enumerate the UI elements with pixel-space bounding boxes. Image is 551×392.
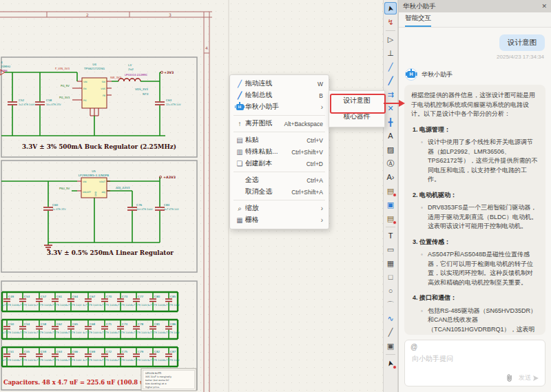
ask-input[interactable] — [410, 353, 544, 373]
net-label: ADJ_A3V3 — [116, 186, 130, 189]
zoom-icon: ⌕ — [234, 205, 245, 213]
sheet-pin-icon[interactable]: ▤ — [384, 185, 397, 197]
menu-item-取消全选[interactable]: 取消全选Ctrl+Shift+A — [230, 186, 329, 198]
menu-item-label: 华秋小助手 — [245, 103, 317, 112]
rectangle-icon[interactable]: □ — [384, 271, 397, 283]
bezier-icon[interactable]: ∿ — [384, 312, 397, 324]
component-ref: C79 — [138, 350, 144, 353]
menu-separator — [233, 132, 325, 132]
leave-sheet-icon: ↑ — [234, 120, 245, 127]
component-ref: C78 — [138, 322, 144, 326]
menu-item-draw-bus[interactable]: ╱绘制总线B — [230, 90, 329, 101]
analysis-section-heading: 1. 电源管理： — [413, 125, 539, 135]
menu-item-paste-special[interactable]: ▥特殊粘贴...Ctrl+Shift+V — [230, 146, 329, 158]
submenu-item-core-components[interactable]: 核心器件 — [329, 109, 384, 125]
line-icon[interactable]: ╱ — [384, 326, 397, 338]
submenu-item-design-intent[interactable]: 设计意图 — [329, 93, 384, 109]
highlight-net-icon[interactable]: ↯ — [384, 16, 397, 28]
assistant-avatar: H — [405, 68, 417, 81]
component-ref: C52 — [19, 99, 25, 102]
place-symbol-icon[interactable]: ▷ — [384, 33, 397, 45]
delete-tool-icon[interactable]: ➤ — [384, 357, 397, 369]
assistant-submenu: 设计意图 核心器件 — [329, 90, 385, 127]
send-button[interactable]: 发送 — [519, 373, 539, 382]
pin-label: ADJ — [101, 191, 105, 194]
design-note-title: DESIGN NOTE: — [145, 372, 162, 375]
line-icon: ╱ — [388, 329, 393, 336]
component-value: 4u7 X7R 100V — [1, 359, 18, 362]
textbox-icon[interactable]: ▭ — [384, 243, 397, 256]
menu-item-grid[interactable]: ▦栅格› — [230, 214, 329, 226]
sheet-icon[interactable]: ▣ — [384, 198, 397, 211]
menu-item-label: 离开图纸 — [245, 119, 284, 128]
component-value: 4u7 X7R 100V — [50, 331, 66, 334]
buck-title: 3.3V ± 3% 500mA Buck Regulator (2.25MHz) — [22, 143, 176, 150]
arc-icon[interactable]: ⌒ — [384, 298, 397, 311]
select-cursor-icon[interactable]: ➤ — [384, 2, 397, 14]
menu-item-drag-wire[interactable]: ╱拖动连线W — [230, 78, 329, 90]
hierarchical-sheet-icon[interactable]: ▨ — [384, 143, 397, 156]
table-icon[interactable]: ▦ — [384, 257, 397, 269]
component-value: 4u7 X7R 100V — [131, 359, 147, 362]
net-label-icon[interactable]: A — [384, 130, 397, 142]
panel-header[interactable]: 华秋小助手 ✕ — [399, 0, 551, 12]
power-net-label: +A3V3 — [163, 176, 176, 179]
component-ref: C64 — [72, 295, 79, 298]
component-value: 4u7 X7R 100V — [50, 304, 66, 307]
menu-item-全选[interactable]: 全选Ctrl+A — [230, 174, 329, 186]
component-ref: C50 — [8, 322, 14, 326]
draw-wire-icon[interactable]: ╱ — [384, 61, 397, 73]
analysis-bullet-text: 设计中使用了多个线性和开关电源调节器（如LP2992、LMR36506、TPS6… — [428, 138, 539, 185]
menu-separator — [233, 172, 325, 172]
menu-item-duplicate[interactable]: ❏创建副本Ctrl+D — [230, 158, 329, 169]
component-value: 10u X7R 25V — [46, 103, 61, 106]
text-icon[interactable]: T — [384, 229, 397, 242]
component-ref: C82 — [154, 350, 160, 353]
component-value: 4u7 X7R 100V — [163, 359, 180, 362]
no-connect-icon[interactable]: ✕ — [384, 102, 397, 114]
library-symbol-icon[interactable]: ▤ — [384, 212, 397, 225]
component-value: 4u7 X7R 100V — [131, 304, 147, 307]
text-icon: T — [388, 232, 393, 240]
menu-item-label: 特殊粘贴... — [245, 147, 291, 156]
assistant-message-card[interactable]: 根据您提供的器件信息，这张设计图可能是用于电动机控制系统或伺服驱动系统的电路设计… — [404, 85, 545, 335]
attachment-paperclip-icon[interactable] — [506, 373, 513, 382]
global-label-icon[interactable]: Ⓐ — [384, 157, 397, 169]
place-power-icon[interactable]: ⊥ — [384, 47, 397, 59]
component-value: 4u7 X7R 100V — [1, 304, 18, 307]
hierarchical-label-icon[interactable]: A› — [384, 171, 397, 183]
component-ref: C76 — [136, 203, 143, 207]
component-ref: C66 — [72, 350, 79, 353]
net-label: VOS_3V3 — [135, 87, 148, 91]
component-ref: C75 — [122, 350, 128, 353]
mention-at-icon[interactable]: @ — [410, 343, 417, 351]
chat-input-box[interactable]: @ 发送 — [404, 340, 545, 386]
draw-bus-icon[interactable]: ╱ — [384, 74, 397, 87]
component-ref: C87 — [170, 350, 176, 353]
close-icon[interactable]: ✕ — [541, 3, 547, 10]
component-value: 4u7 X7R 16V — [164, 208, 179, 211]
pin-label: VOUT — [99, 180, 105, 183]
junction-icon: ╋ — [388, 118, 393, 126]
component-value: 4u7 X7R 100V — [17, 304, 34, 307]
component-value: 22u X7R 10V — [166, 103, 181, 106]
menu-item-assistant-robot[interactable]: H华秋小助手› — [230, 101, 329, 113]
component-ref: C71 — [106, 322, 112, 326]
menu-item-leave-sheet[interactable]: ↑离开图纸Alt+Backspace — [230, 118, 329, 130]
component-value: 4u7 X7R 100V — [147, 331, 164, 334]
component-value: 2u2 X7R 100V — [19, 103, 35, 106]
user-message-bubble[interactable]: 设计意图 — [499, 34, 545, 51]
xtal-ref: 4 — [1, 61, 3, 64]
image-icon[interactable]: ▣ — [384, 340, 397, 352]
tab-smart-interaction[interactable]: 智能交互 — [405, 14, 431, 27]
menu-item-label: 缩放 — [245, 204, 317, 213]
menu-item-zoom[interactable]: ⌕缩放› — [230, 203, 329, 214]
bullet-marker: ◦ — [421, 250, 428, 287]
menu-shortcut: Ctrl+V — [306, 137, 323, 144]
design-note-line: higher price. — [145, 386, 160, 389]
circle-icon[interactable]: ○ — [384, 285, 397, 297]
junction-icon[interactable]: ╋ — [384, 116, 397, 128]
panel-tabs: 智能交互 — [399, 12, 551, 28]
bus-entry-icon[interactable]: ⇉ — [384, 88, 397, 101]
menu-item-paste[interactable]: ▤粘贴Ctrl+V — [230, 134, 329, 146]
